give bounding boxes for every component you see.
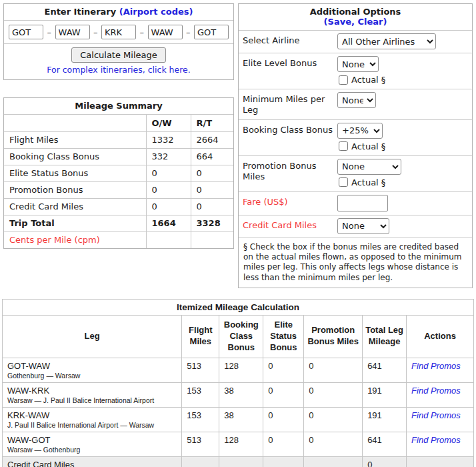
ow-value: 0 (146, 198, 191, 215)
leg-row: GOT-WAW Gothenburg — Warsaw 513 128 0 0 … (3, 358, 474, 382)
booking-class-label: Booking Class Bonus (243, 123, 335, 152)
booking-bonus-value: 38 (219, 382, 263, 407)
col-header-promotion-bonus-miles: Promotion Bonus Miles (304, 315, 363, 358)
additional-options-title: Additional Options (Save, Clear) (239, 4, 472, 31)
table-row: Flight Miles 1332 2664 (4, 131, 233, 148)
find-promos-link[interactable]: Find Promos (411, 434, 461, 445)
promotion-bonus-select[interactable]: None (337, 159, 401, 175)
total-leg-value: 191 (363, 382, 407, 407)
table-row: Cents per Mile (cpm) (4, 231, 233, 248)
col-header-elite-status-bonus: Elite Status Bonus (263, 315, 304, 358)
flight-miles-value: 153 (182, 407, 219, 432)
ow-value: 0 (146, 165, 191, 181)
credit-card-label: Credit Card Miles (243, 218, 335, 234)
minimum-miles-label: Minimum Miles per Leg (243, 92, 335, 116)
table-row: Credit Card Miles 0 0 (4, 198, 233, 215)
leg-row: KRK-WAW J. Paul II Balice International … (3, 407, 474, 432)
dash-separator: – (140, 27, 145, 37)
options-title-text: Additional Options (241, 7, 469, 17)
booking-actual-option: Actual § (339, 141, 468, 151)
total-leg-value: 0 (363, 456, 407, 467)
booking-actual-checkbox[interactable] (339, 141, 348, 151)
table-row: Elite Status Bonus 0 0 (4, 165, 233, 181)
elite-bonus-value: 0 (263, 382, 304, 407)
flight-miles-value: 153 (182, 382, 219, 407)
leg-code: KRK-WAW (7, 409, 177, 420)
leg-code: WAW-KRK (7, 384, 177, 396)
itinerary-actions: Calculate Mileage For complex itinerarie… (4, 44, 233, 79)
itemized-mileage-table: Itemized Mileage Calculation Leg Flight … (2, 299, 474, 467)
fare-input[interactable] (337, 195, 388, 211)
promo-bonus-value: 0 (304, 358, 363, 382)
itinerary-panel: Enter Itinerary (Airport codes) – – – – … (3, 3, 234, 80)
booking-bonus-value: 128 (219, 358, 263, 382)
airport-input-5[interactable] (194, 25, 229, 39)
actual-label: Actual § (351, 75, 385, 85)
clear-link[interactable]: Clear (357, 17, 383, 27)
airport-input-2[interactable] (55, 25, 90, 39)
summary-col-ow: O/W (146, 115, 191, 131)
option-row-airline: Select Airline All Other Airlines (239, 31, 472, 53)
row-label: Booking Class Bonus (4, 148, 146, 165)
complex-itineraries-link[interactable]: For complex itineraries, click here. (7, 65, 231, 75)
ow-value: 0 (146, 181, 191, 198)
dash-separator: – (47, 27, 52, 37)
row-label: Promotion Bonus (4, 181, 146, 198)
minimum-miles-select[interactable]: None (337, 92, 376, 108)
summary-header-row: O/W R/T (4, 115, 233, 131)
elite-bonus-value: 0 (263, 407, 304, 432)
rt-value: 0 (191, 165, 233, 181)
leg-row: WAW-KRK Warsaw — J. Paul II Balice Inter… (3, 382, 474, 407)
rt-value: 0 (191, 198, 233, 215)
col-header-booking-class-bonus: Booking Class Bonus (219, 315, 263, 358)
itemized-title: Itemized Mileage Calculation (3, 299, 474, 315)
summary-header-empty (4, 115, 146, 131)
find-promos-link[interactable]: Find Promos (411, 384, 461, 396)
ow-value: 332 (146, 148, 191, 165)
option-row-fare: Fare (US$) (239, 192, 472, 215)
promotion-actual-checkbox[interactable] (339, 177, 348, 187)
airline-select[interactable]: All Other Airlines (337, 33, 436, 49)
credit-card-select[interactable]: None (337, 218, 389, 234)
col-header-leg: Leg (3, 315, 182, 358)
airline-label: Select Airline (243, 33, 335, 49)
elite-bonus-select[interactable]: None (337, 56, 379, 72)
airport-input-3[interactable] (101, 25, 136, 39)
find-promos-link[interactable]: Find Promos (411, 409, 461, 420)
options-footnote: § Check the box if the bonus miles are c… (239, 238, 472, 288)
save-link[interactable]: Save (328, 17, 351, 27)
booking-bonus-value: 38 (219, 407, 263, 432)
find-promos-link[interactable]: Find Promos (411, 360, 461, 371)
calculate-mileage-button[interactable]: Calculate Mileage (71, 47, 166, 63)
leg-code: GOT-WAW (7, 360, 177, 371)
row-label: Cents per Mile (cpm) (4, 231, 146, 248)
row-label: Flight Miles (4, 131, 146, 148)
row-label: Credit Card Miles (4, 198, 146, 215)
col-header-flight-miles: Flight Miles (182, 315, 219, 358)
itinerary-inputs-row: – – – – (4, 21, 233, 44)
mileage-summary-panel: Mileage Summary O/W R/T Flight Miles 133… (3, 97, 234, 249)
airport-codes-link[interactable]: (Airport codes) (119, 7, 193, 17)
promo-bonus-value: 0 (304, 432, 363, 456)
option-row-minimum-miles: Minimum Miles per Leg None (239, 89, 472, 120)
option-row-elite: Elite Level Bonus None Actual § (239, 53, 472, 89)
ow-value: 1664 (146, 215, 191, 231)
total-leg-value: 641 (363, 432, 407, 456)
airport-input-4[interactable] (148, 25, 183, 39)
dash-separator: – (186, 27, 191, 37)
booking-class-select[interactable]: +25% (337, 123, 383, 139)
table-row: Booking Class Bonus 332 664 (4, 148, 233, 165)
table-row: Promotion Bonus 0 0 (4, 181, 233, 198)
rt-value: 3328 (191, 215, 233, 231)
fare-label: Fare (US$) (243, 195, 335, 211)
flight-miles-value: 513 (182, 432, 219, 456)
promotion-bonus-label: Promotion Bonus Miles (243, 159, 335, 188)
airport-input-1[interactable] (9, 25, 43, 39)
paren: ) (383, 17, 387, 27)
ow-value (146, 231, 191, 248)
additional-options-panel: Additional Options (Save, Clear) Select … (238, 3, 473, 288)
credit-card-miles-row: Credit Card Miles 0 (3, 456, 474, 467)
rt-value: 0 (191, 181, 233, 198)
flight-miles-value: 513 (182, 358, 219, 382)
elite-actual-checkbox[interactable] (339, 75, 348, 85)
